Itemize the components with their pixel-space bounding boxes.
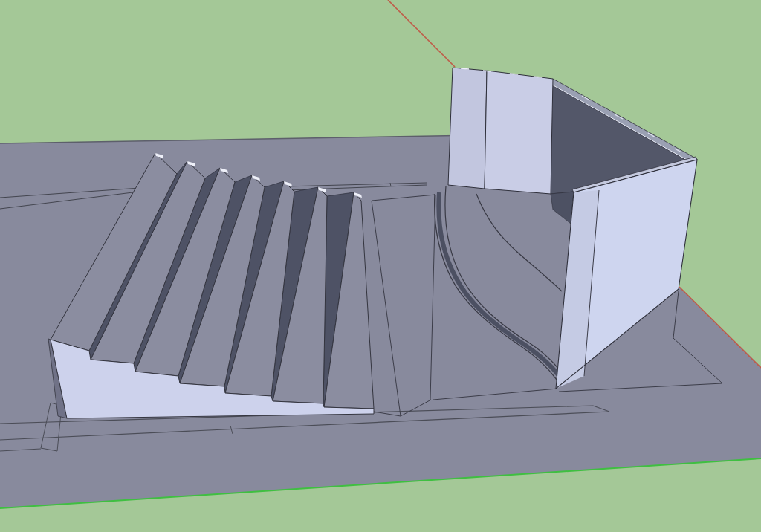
viewport-canvas[interactable] bbox=[0, 0, 761, 532]
panel-top-dash-2 bbox=[483, 71, 491, 71]
panel-top-dash-1 bbox=[461, 68, 469, 69]
wall-panel-2 bbox=[485, 71, 553, 194]
panel-top-dash-3 bbox=[510, 74, 518, 74]
panel-top-dash-4 bbox=[534, 77, 542, 77]
modeling-viewport[interactable] bbox=[0, 0, 761, 532]
wall-panel-1 bbox=[448, 68, 487, 189]
